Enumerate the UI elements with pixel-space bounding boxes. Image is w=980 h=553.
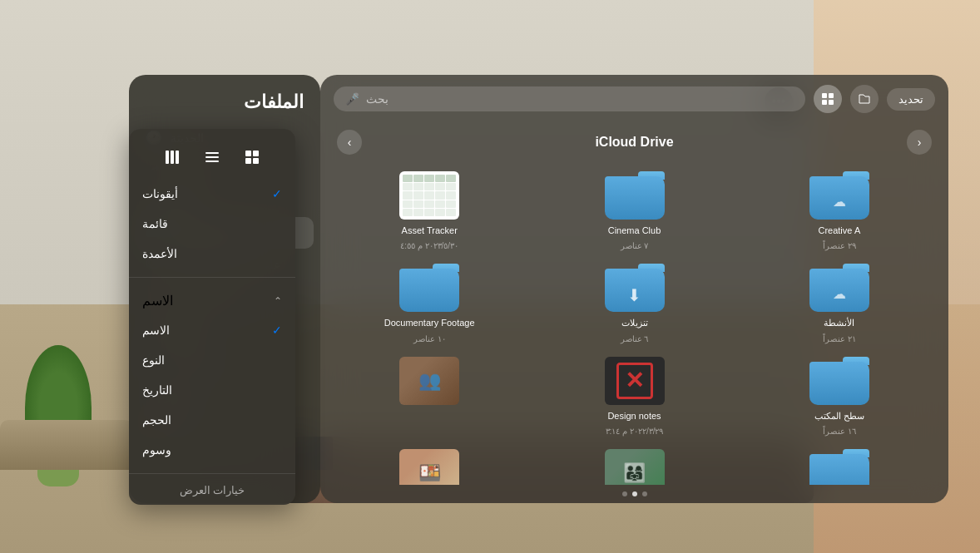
file-name-cinema: Cinema Club xyxy=(608,225,661,236)
file-item-documentary[interactable]: Documentary Footage ١٠ عناصر xyxy=(334,264,525,343)
svg-rect-16 xyxy=(171,151,174,164)
bg-sofa xyxy=(0,420,133,470)
menu-list-label: قائمة xyxy=(142,217,168,230)
view-list-button[interactable] xyxy=(199,144,225,170)
file-item-desktop[interactable]: سطح المكتب ١٦ عنصراً xyxy=(744,357,935,436)
svg-rect-10 xyxy=(245,158,251,164)
scroll-indicator xyxy=(320,485,948,503)
spreadsheet-thumbnail xyxy=(399,171,459,220)
menu-columns-item[interactable]: الأعمدة xyxy=(129,239,295,269)
svg-rect-3 xyxy=(829,100,834,105)
folder-icon-downloads: ⬇ xyxy=(605,264,665,312)
folder-icon-cinema xyxy=(605,171,665,220)
file-meta-documentary: ١٠ عناصر xyxy=(413,334,446,343)
scroll-dot-2 xyxy=(632,491,637,496)
file-browser-panel: بحث 🎤 تحديد ‹ i xyxy=(320,75,948,503)
file-meta-desktop: ١٦ عنصراً xyxy=(823,427,856,436)
menu-columns-label: الأعمدة xyxy=(142,247,177,260)
nav-title: iCloud Drive xyxy=(372,135,897,150)
sidebar-header: الملفات xyxy=(129,75,320,121)
menu-sort-name[interactable]: ✓ الاسم xyxy=(129,315,295,345)
file-meta-cinema: ٧ عناصر xyxy=(621,241,649,250)
menu-sort-tags[interactable]: وسوم xyxy=(129,435,295,465)
view-grid-button[interactable] xyxy=(239,144,265,170)
file-item-cinema[interactable]: Cinema Club ٧ عناصر xyxy=(538,171,730,250)
file-meta-downloads: ٦ عناصر xyxy=(621,334,649,343)
menu-sort-type[interactable]: النوع xyxy=(129,345,295,375)
folder-icon-desktop xyxy=(809,357,869,405)
scroll-dot-3 xyxy=(622,491,627,496)
sort-header[interactable]: ⌃ الاسم xyxy=(129,286,295,315)
folder-icon-creative: ☁ xyxy=(809,171,869,220)
file-item-activities[interactable]: ☁ الأنشطة ٢١ عنصراً xyxy=(744,264,935,343)
sort-name-check-icon: ✓ xyxy=(272,323,282,337)
file-name-asset-tracker: Asset Tracker xyxy=(402,225,458,236)
svg-rect-2 xyxy=(822,100,827,105)
file-meta-design-notes: ٢٠٢٢/٣/٢٩ م ٣:١٤ xyxy=(606,427,664,436)
file-name-creative: Creative A xyxy=(818,225,860,236)
sort-dropdown-menu: ✓ أيقونات قائمة الأعمدة ⌃ الاسم ✓ الاسم … xyxy=(129,129,295,505)
file-item-photo-folder[interactable] xyxy=(744,449,935,485)
photo-thumbnail-2: 👨‍👩‍👧 xyxy=(605,449,665,485)
sort-tags-text: وسوم xyxy=(142,443,171,457)
menu-list-item[interactable]: قائمة xyxy=(129,209,295,239)
file-item-photo2[interactable]: 👨‍👩‍👧 xyxy=(538,449,730,485)
svg-rect-12 xyxy=(205,152,219,154)
file-name-documentary: Documentary Footage xyxy=(384,317,475,328)
nav-bar: ‹ iCloud Drive › xyxy=(320,123,948,161)
display-options-label[interactable]: خيارات العرض xyxy=(129,476,295,505)
svg-rect-17 xyxy=(176,151,179,164)
sort-name-label: الاسم xyxy=(142,293,173,309)
browse-button[interactable] xyxy=(850,85,879,113)
photo-thumbnail-1: 👥 xyxy=(399,357,459,405)
file-grid: ☁ Creative A ٢٩ عنصراً Cinema Club ٧ عنا… xyxy=(320,161,948,485)
svg-rect-9 xyxy=(253,151,259,156)
folder-icon-documentary xyxy=(399,264,459,312)
file-item-design-notes[interactable]: ✕ Design notes ٢٠٢٢/٣/٢٩ م ٣:١٤ xyxy=(538,357,730,436)
svg-rect-1 xyxy=(829,93,834,98)
photo-thumbnail-3: 🍱 xyxy=(399,449,459,485)
file-item-downloads[interactable]: ⬇ تنزيلات ٦ عناصر xyxy=(538,264,730,343)
svg-rect-14 xyxy=(205,160,219,162)
menu-sort-date[interactable]: التاريخ xyxy=(129,375,295,405)
file-meta-activities: ٢١ عنصراً xyxy=(823,334,856,343)
sidebar-title: الملفات xyxy=(244,91,304,112)
microphone-icon[interactable]: 🎤 xyxy=(345,92,359,106)
checkmark-icon: ✓ xyxy=(272,187,282,200)
sort-date-text: التاريخ xyxy=(142,383,172,397)
cloud-icon-activities: ☁ xyxy=(833,286,846,302)
grid-view-button[interactable] xyxy=(814,85,842,113)
menu-divider-2 xyxy=(129,473,295,474)
search-bar[interactable]: بحث 🎤 xyxy=(334,86,805,111)
scroll-dot-1 xyxy=(642,491,647,496)
sort-type-text: النوع xyxy=(142,353,165,367)
svg-rect-13 xyxy=(205,156,219,158)
file-name-activities: الأنشطة xyxy=(824,317,854,328)
svg-rect-0 xyxy=(822,93,827,98)
file-item-creative[interactable]: ☁ Creative A ٢٩ عنصراً xyxy=(744,171,935,250)
file-item-photo3[interactable]: 🍱 xyxy=(334,449,525,485)
folder-icon-activities: ☁ xyxy=(809,264,869,312)
sort-name-text: الاسم xyxy=(142,323,170,337)
view-options-section: ✓ أيقونات قائمة الأعمدة xyxy=(129,129,295,275)
nav-back-button[interactable]: ‹ xyxy=(907,130,932,155)
select-button[interactable]: تحديد xyxy=(887,88,935,111)
file-item-asset-tracker[interactable]: Asset Tracker ٢٠٢٣/٥/٣٠ م ٤:٥٥ xyxy=(334,171,525,250)
sort-size-text: الحجم xyxy=(142,413,171,427)
file-name-downloads: تنزيلات xyxy=(621,317,648,328)
svg-rect-11 xyxy=(253,158,259,164)
folder-icon-photo xyxy=(809,449,869,485)
file-meta-creative: ٢٩ عنصراً xyxy=(823,241,856,250)
file-meta-asset-tracker: ٢٠٢٣/٥/٣٠ م ٤:٥٥ xyxy=(400,241,458,250)
view-columns-button[interactable] xyxy=(159,144,186,170)
sort-section: ⌃ الاسم ✓ الاسم النوع التاريخ الحجم وسوم xyxy=(129,279,295,472)
file-name-desktop: سطح المكتب xyxy=(814,410,864,422)
svg-rect-8 xyxy=(245,151,251,156)
menu-sort-size[interactable]: الحجم xyxy=(129,405,295,435)
nav-forward-button[interactable]: › xyxy=(337,130,362,155)
download-icon: ⬇ xyxy=(627,285,641,305)
file-item-photo1[interactable]: 👥 xyxy=(334,357,525,436)
search-label: بحث xyxy=(366,92,389,106)
menu-icons-item[interactable]: ✓ أيقونات xyxy=(129,179,295,209)
file-name-design-notes: Design notes xyxy=(607,410,661,422)
